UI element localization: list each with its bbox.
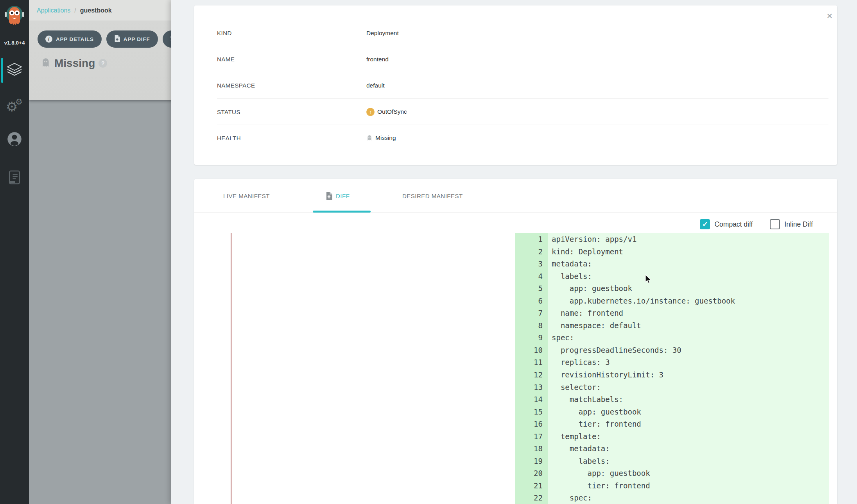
field-row-namespace: NAMESPACE default — [194, 72, 837, 98]
field-row-status: STATUS ↑ OutOfSync — [194, 99, 837, 125]
line-number: 20 — [515, 467, 543, 480]
ghost-icon — [366, 134, 373, 141]
line-text: tier: frontend — [543, 418, 641, 431]
diff-line: 14 matchLabels: — [515, 393, 829, 406]
diff-view[interactable]: 1apiVersion: apps/v12kind: Deployment3me… — [194, 233, 837, 504]
line-number: 11 — [515, 356, 543, 369]
line-text: spec: — [543, 492, 592, 504]
diff-line: 5 app: guestbook — [515, 282, 829, 295]
diff-line: 9spec: — [515, 332, 829, 344]
file-diff-icon — [114, 35, 120, 43]
line-number: 7 — [515, 307, 543, 320]
app-health-summary: Missing ? — [41, 57, 107, 70]
line-number: 5 — [515, 282, 543, 295]
diff-line: 17 template: — [515, 431, 829, 443]
diff-line: 19 labels: — [515, 455, 829, 468]
line-text: template: — [543, 431, 601, 443]
line-number: 8 — [515, 320, 543, 332]
line-number: 18 — [515, 443, 543, 455]
namespace-value: default — [366, 82, 385, 89]
diff-line: 8 namespace: default — [515, 320, 829, 332]
added-lines-pane: 1apiVersion: apps/v12kind: Deployment3me… — [515, 233, 829, 504]
sidebar-item-documentation[interactable] — [0, 164, 29, 192]
manifest-tabs: LIVE MANIFEST DIFF DESIRED MANIFEST — [194, 179, 837, 213]
diff-added-code: 1apiVersion: apps/v12kind: Deployment3me… — [515, 233, 829, 504]
checkbox-unchecked-icon — [770, 219, 780, 229]
version-label: v1.8.0+4 — [0, 40, 29, 46]
line-number: 21 — [515, 480, 543, 492]
line-text: labels: — [543, 455, 610, 468]
diff-line: 7 name: frontend — [515, 307, 829, 320]
breadcrumb: Applications / guestbook — [37, 7, 112, 14]
name-value: frontend — [366, 56, 389, 63]
field-row-health: HEALTH Missing — [194, 125, 837, 151]
line-text: metadata: — [543, 258, 592, 270]
tab-desired-manifest[interactable]: DESIRED MANIFEST — [402, 179, 463, 213]
line-text: spec: — [543, 332, 574, 344]
resource-slide-panel: ✕ KIND Deployment NAME frontend NAMESPAC… — [171, 0, 857, 504]
active-tab-indicator — [313, 211, 371, 213]
compact-diff-checkbox[interactable]: ✓ Compact diff — [700, 219, 753, 229]
app-diff-button[interactable]: APP DIFF — [106, 30, 158, 48]
line-number: 19 — [515, 455, 543, 468]
sidebar: v1.8.0+4 ⚙⚙ — [0, 0, 29, 504]
diff-line: 22 spec: — [515, 492, 829, 504]
line-number: 13 — [515, 381, 543, 394]
question-circle-icon[interactable]: ? — [99, 59, 107, 68]
kind-value: Deployment — [366, 30, 399, 37]
field-row-kind: KIND Deployment — [194, 20, 837, 46]
health-value: Missing — [366, 134, 396, 141]
ghost-icon — [41, 57, 51, 70]
line-text: progressDeadlineSeconds: 30 — [543, 344, 681, 357]
app-toolbar: i APP DETAILS APP DIFF — [38, 30, 185, 48]
line-number: 22 — [515, 492, 543, 504]
app-details-button[interactable]: i APP DETAILS — [38, 30, 102, 48]
line-text: app.kubernetes.io/instance: guestbook — [543, 295, 735, 307]
line-number: 9 — [515, 332, 543, 344]
docs-icon — [9, 170, 20, 186]
diff-line: 1apiVersion: apps/v1 — [515, 233, 829, 246]
tab-diff[interactable]: DIFF — [326, 179, 350, 213]
user-circle-icon — [7, 131, 22, 148]
diff-line: 10 progressDeadlineSeconds: 30 — [515, 344, 829, 357]
gears-icon: ⚙⚙ — [7, 98, 22, 114]
line-text: app: guestbook — [543, 467, 650, 480]
line-number: 17 — [515, 431, 543, 443]
line-number: 2 — [515, 246, 543, 258]
diff-line: 11 replicas: 3 — [515, 356, 829, 369]
argo-logo — [4, 5, 25, 27]
line-number: 6 — [515, 295, 543, 307]
diff-line: 2kind: Deployment — [515, 246, 829, 258]
line-text: app: guestbook — [543, 282, 632, 295]
diff-line: 3metadata: — [515, 258, 829, 270]
diff-line: 21 tier: frontend — [515, 480, 829, 492]
line-text: replicas: 3 — [543, 356, 610, 369]
line-text: revisionHistoryLimit: 3 — [543, 369, 663, 381]
diff-line: 15 app: guestbook — [515, 406, 829, 418]
diff-line: 12 revisionHistoryLimit: 3 — [515, 369, 829, 381]
sidebar-item-settings[interactable]: ⚙⚙ — [0, 92, 29, 120]
breadcrumb-applications-link[interactable]: Applications — [37, 7, 70, 14]
line-number: 12 — [515, 369, 543, 381]
manifest-card: LIVE MANIFEST DIFF DESIRED MANIFEST — [194, 179, 837, 504]
info-circle-icon: i — [45, 36, 52, 43]
removed-side-marker — [231, 233, 231, 504]
line-text: app: guestbook — [543, 406, 641, 418]
out-of-sync-icon: ↑ — [366, 108, 375, 116]
inline-diff-checkbox[interactable]: Inline Diff — [770, 219, 813, 229]
sidebar-item-user[interactable] — [0, 126, 29, 154]
sidebar-item-applications[interactable] — [0, 56, 29, 84]
line-number: 3 — [515, 258, 543, 270]
line-text: name: frontend — [543, 307, 623, 320]
diff-line: 20 app: guestbook — [515, 467, 829, 480]
status-value: ↑ OutOfSync — [366, 108, 407, 116]
line-number: 15 — [515, 406, 543, 418]
line-text: apiVersion: apps/v1 — [543, 233, 636, 246]
field-row-name: NAME frontend — [194, 46, 837, 72]
diff-line: 18 metadata: — [515, 443, 829, 455]
diff-line: 6 app.kubernetes.io/instance: guestbook — [515, 295, 829, 307]
line-number: 1 — [515, 233, 543, 246]
diff-line: 16 tier: frontend — [515, 418, 829, 431]
tab-live-manifest[interactable]: LIVE MANIFEST — [223, 179, 270, 213]
argocd-application-page: v1.8.0+4 ⚙⚙ — [0, 0, 857, 504]
